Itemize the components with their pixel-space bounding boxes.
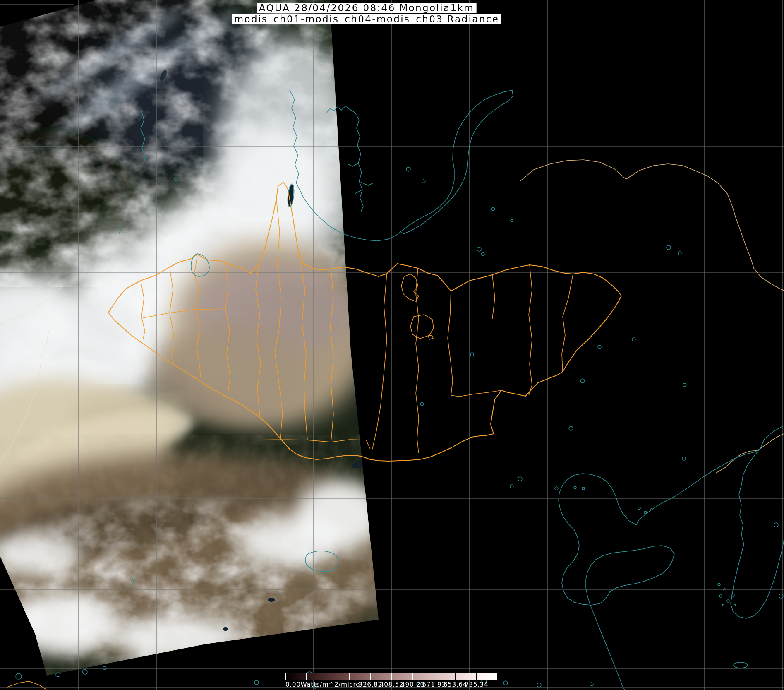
colorbar-tick-label: 653.64 bbox=[444, 681, 467, 688]
colorbar-tick bbox=[370, 673, 371, 680]
map-canvas bbox=[0, 0, 784, 690]
colorbar: 0.00Watts/m^2/micro326.82408.52490.23571… bbox=[285, 673, 498, 680]
colorbar-tick bbox=[391, 673, 392, 680]
title-line-1: AQUA 28/04/2026 08:46 Mongolia1km bbox=[257, 3, 476, 13]
colorbar-tick-label: 326.82 bbox=[359, 681, 382, 688]
colorbar-unit-label: 0.00Watts/m^2/micro bbox=[285, 681, 360, 688]
title-overlay: AQUA 28/04/2026 08:46 Mongolia1km modis_… bbox=[232, 3, 501, 25]
colorbar-tick-label: 408.52 bbox=[380, 681, 403, 688]
colorbar-tick bbox=[497, 673, 498, 680]
colorbar-tick bbox=[412, 673, 413, 680]
colorbar-tick bbox=[455, 673, 456, 680]
colorbar-tick bbox=[285, 673, 286, 680]
title-line-2: modis_ch01-modis_ch04-modis_ch03 Radianc… bbox=[232, 14, 501, 24]
colorbar-tick bbox=[476, 673, 477, 680]
colorbar-tick bbox=[306, 673, 307, 680]
colorbar-tick-label: 571.93 bbox=[422, 681, 446, 688]
satellite-map-view: AQUA 28/04/2026 08:46 Mongolia1km modis_… bbox=[0, 0, 784, 690]
colorbar-tick-label: 735.34 bbox=[465, 681, 488, 688]
colorbar-tick bbox=[434, 673, 434, 680]
colorbar-tick-label: 490.23 bbox=[401, 681, 424, 688]
colorbar-tick bbox=[328, 673, 328, 680]
colorbar-tick bbox=[349, 673, 350, 680]
